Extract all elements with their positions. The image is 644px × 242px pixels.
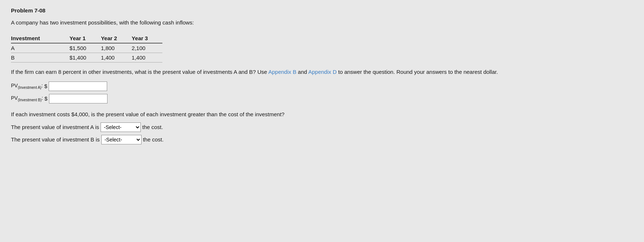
row-a-year1: $1,500 — [69, 43, 101, 53]
question1-prefix: If the firm can earn 8 percent in other … — [11, 69, 268, 75]
row-b-year1: $1,400 — [69, 53, 101, 62]
pv-a-dollar: $ — [44, 83, 47, 89]
comparison-b-suffix: the cost. — [143, 136, 164, 143]
col-header-investment: Investment — [11, 34, 69, 43]
comparison-a-suffix: the cost. — [142, 124, 163, 130]
row-b-investment: B — [11, 53, 69, 62]
pv-b-dollar: $ — [45, 95, 48, 102]
pv-a-input[interactable] — [49, 82, 107, 91]
cash-inflow-table: Investment Year 1 Year 2 Year 3 A $1,500… — [11, 34, 162, 63]
pv-b-label: PV(Investment B): — [11, 95, 43, 102]
problem-title: Problem 7-08 — [11, 7, 633, 14]
question2-text: If each investment costs $4,000, is the … — [11, 110, 633, 119]
pv-a-row: PV(Investment A): $ — [11, 82, 633, 91]
question1-and: and — [296, 69, 308, 75]
comparison-b-row: The present value of investment B is -Se… — [11, 135, 633, 144]
question1-suffix: to answer the question. Round your answe… — [337, 69, 498, 75]
pv-b-row: PV(Investment B): $ — [11, 94, 633, 103]
table-row: B $1,400 1,400 1,400 — [11, 53, 162, 62]
comparison-a-row: The present value of investment A is -Se… — [11, 122, 633, 132]
page-container: Problem 7-08 A company has two investmen… — [0, 0, 644, 242]
row-a-year3: 2,100 — [132, 43, 162, 53]
row-b-year3: 1,400 — [132, 53, 162, 62]
comparison-a-select[interactable]: -Select- greater than less than equal to — [101, 122, 141, 132]
appendix-b-link[interactable]: Appendix B — [268, 69, 297, 75]
table-row: A $1,500 1,800 2,100 — [11, 43, 162, 53]
pv-a-label: PV(Investment A): — [11, 83, 43, 90]
comparison-b-select[interactable]: -Select- greater than less than equal to — [101, 135, 142, 144]
comparison-b-prefix: The present value of investment B is — [11, 136, 100, 143]
col-header-year1: Year 1 — [69, 34, 101, 43]
pv-b-input[interactable] — [49, 94, 108, 103]
col-header-year2: Year 2 — [101, 34, 132, 43]
comparison-a-prefix: The present value of investment A is — [11, 124, 99, 130]
appendix-d-link[interactable]: Appendix D — [308, 69, 337, 75]
problem-description: A company has two investment possibiliti… — [11, 19, 633, 27]
col-header-year3: Year 3 — [132, 34, 162, 43]
row-a-investment: A — [11, 43, 69, 53]
question1-text: If the firm can earn 8 percent in other … — [11, 68, 560, 76]
row-b-year2: 1,400 — [101, 53, 132, 62]
row-a-year2: 1,800 — [101, 43, 132, 53]
